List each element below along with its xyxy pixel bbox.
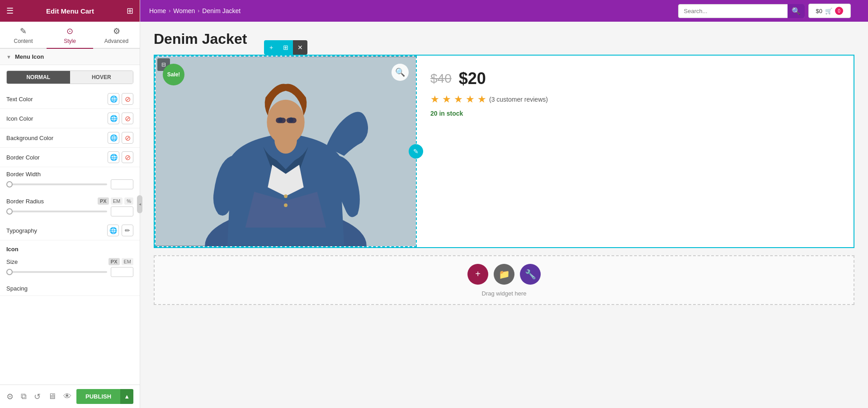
top-nav: Home › Women › Denim Jacket 🔍 $0 🛒 0 (140, 0, 868, 22)
bg-color-controls: 🌐 ⊘ (108, 132, 133, 144)
sale-badge: Sale! (163, 64, 184, 85)
svg-point-10 (284, 203, 288, 207)
unit-px[interactable]: PX (98, 197, 109, 205)
toolbar-move[interactable]: ⊞ (278, 40, 293, 55)
new-price: $20 (459, 69, 486, 88)
border-radius-track[interactable] (6, 211, 107, 212)
unit-percent[interactable]: % (124, 197, 133, 205)
text-color-label: Text Color (6, 96, 108, 103)
eye-icon[interactable]: 👁 (63, 392, 71, 401)
section-title: Menu Icon (15, 53, 44, 60)
widget-button[interactable]: 🔧 (520, 264, 541, 285)
border-radius-thumb[interactable] (6, 208, 13, 215)
publish-button[interactable]: PUBLISH (76, 389, 120, 404)
tab-advanced[interactable]: ⚙ Advanced (93, 22, 140, 49)
border-color-slash[interactable]: ⊘ (122, 151, 133, 163)
layers-icon[interactable]: ⧉ (21, 392, 27, 401)
publish-group: PUBLISH ▲ (76, 389, 133, 404)
typography-globe[interactable]: 🌐 (107, 225, 119, 236)
style-icon: ⊙ (66, 26, 73, 36)
breadcrumb-sep1: › (169, 8, 170, 14)
border-radius-label: Border Radius (6, 198, 44, 205)
arrow-down-icon: ▼ (6, 54, 11, 60)
panel-content: ▼ Menu Icon NORMAL HOVER Text Color 🌐 ⊘ … (0, 49, 140, 408)
grid-icon[interactable]: ⊞ (127, 6, 133, 16)
border-color-globe[interactable]: 🌐 (108, 151, 119, 163)
toggle-normal[interactable]: NORMAL (7, 71, 70, 84)
spacing-label: Spacing (6, 285, 133, 292)
icon-color-globe[interactable]: 🌐 (108, 113, 119, 124)
icon-color-row: Icon Color 🌐 ⊘ (0, 109, 140, 128)
bg-color-label: Background Color (6, 135, 108, 141)
border-radius-section: Border Radius PX EM % (0, 194, 140, 221)
settings-icon[interactable]: ⚙ (6, 392, 14, 402)
drag-widget-area[interactable]: + 📁 🔧 Drag widget here (154, 255, 854, 305)
size-thumb[interactable] (6, 269, 13, 275)
zoom-button[interactable]: 🔍 (392, 64, 409, 81)
breadcrumb-home[interactable]: Home (149, 7, 166, 14)
nav-search: 🔍 $0 🛒 0 (678, 4, 859, 18)
search-input[interactable] (678, 4, 805, 18)
panel-resize-handle[interactable] (137, 195, 142, 213)
text-color-controls: 🌐 ⊘ (108, 93, 133, 105)
desktop-icon[interactable]: 🖥 (48, 392, 56, 401)
tab-content[interactable]: ✎ Content (0, 22, 47, 49)
cart-button[interactable]: $0 🛒 0 (808, 4, 851, 18)
edit-overlay-button[interactable]: ✎ (409, 144, 423, 159)
text-color-globe[interactable]: 🌐 (108, 93, 119, 105)
size-units: PX EM (108, 258, 133, 265)
breadcrumb-product[interactable]: Denim Jacket (202, 7, 241, 14)
icon-color-controls: 🌐 ⊘ (108, 113, 133, 124)
text-color-slash[interactable]: ⊘ (122, 93, 133, 105)
typography-controls: 🌐 ✏ (107, 225, 133, 236)
icon-size-section: Size PX EM (0, 254, 140, 281)
toolbar-close[interactable]: ✕ (293, 40, 307, 55)
border-width-track[interactable] (6, 183, 107, 185)
tab-advanced-label: Advanced (104, 38, 128, 44)
spacing-row: Spacing (0, 281, 140, 296)
toggle-hover[interactable]: HOVER (70, 71, 133, 84)
review-count[interactable]: (3 customer reviews) (489, 96, 548, 103)
star-5: ★ (477, 94, 486, 105)
bg-color-globe[interactable]: 🌐 (108, 132, 119, 144)
publish-dropdown[interactable]: ▲ (120, 389, 133, 404)
cart-price: $0 (816, 8, 822, 14)
product-image-placeholder: Sale! 🔍 (156, 56, 416, 246)
main-content: Denim Jacket + ⊞ ✕ (140, 22, 868, 408)
unit-em[interactable]: EM (111, 197, 123, 205)
tab-style[interactable]: ⊙ Style (47, 22, 93, 49)
border-radius-input[interactable] (111, 206, 133, 216)
size-track[interactable] (6, 271, 107, 273)
border-width-thumb[interactable] (6, 181, 13, 188)
hamburger-icon[interactable]: ☰ (6, 6, 14, 16)
size-unit-px[interactable]: PX (108, 258, 120, 265)
svg-rect-7 (287, 118, 297, 123)
svg-point-3 (267, 100, 304, 145)
add-widget-button[interactable]: + (467, 264, 488, 285)
typography-edit[interactable]: ✏ (122, 225, 133, 236)
icon-section-label: Icon (0, 240, 140, 254)
border-color-label: Border Color (6, 154, 108, 161)
cart-count: 0 (835, 7, 843, 15)
icon-color-label: Icon Color (6, 115, 108, 122)
size-input[interactable] (111, 267, 133, 277)
border-width-input[interactable] (111, 179, 133, 189)
content-icon: ✎ (20, 26, 27, 36)
toolbar-add[interactable]: + (264, 40, 278, 55)
image-toolbar: + ⊞ ✕ (264, 40, 307, 55)
star-1: ★ (430, 94, 439, 105)
search-wrap: 🔍 (678, 4, 805, 18)
page-title: Denim Jacket (154, 31, 854, 47)
price-area: $40 $20 (430, 69, 840, 88)
border-color-row: Border Color 🌐 ⊘ (0, 148, 140, 167)
advanced-icon: ⚙ (113, 26, 120, 36)
icon-color-slash[interactable]: ⊘ (122, 113, 133, 124)
size-unit-em[interactable]: EM (122, 258, 134, 265)
folder-button[interactable]: 📁 (494, 264, 514, 285)
section-menu-icon[interactable]: ▼ Menu Icon (0, 49, 140, 65)
search-button[interactable]: 🔍 (788, 4, 805, 18)
history-icon[interactable]: ↺ (34, 392, 41, 402)
breadcrumb-women[interactable]: Women (173, 7, 195, 14)
breadcrumb-sep2: › (198, 8, 199, 14)
bg-color-slash[interactable]: ⊘ (122, 132, 133, 144)
